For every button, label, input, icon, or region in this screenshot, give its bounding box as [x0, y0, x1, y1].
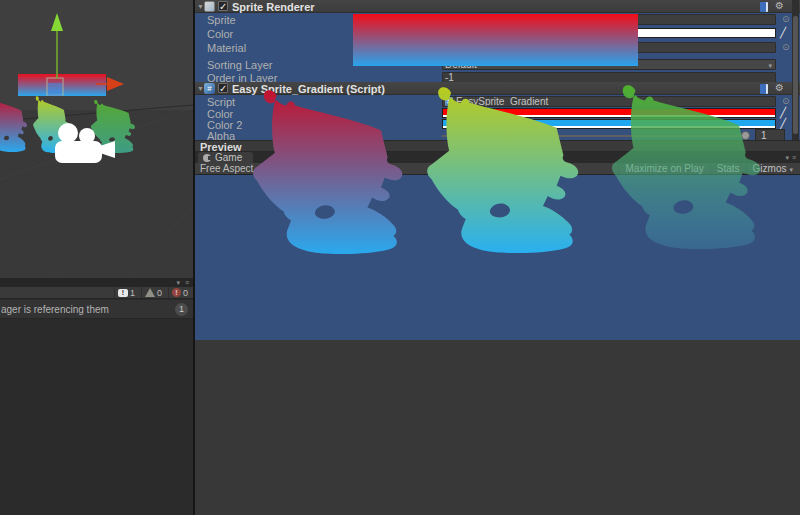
eyedropper-icon[interactable]: ╱	[780, 107, 786, 118]
warning-count: 0	[157, 288, 162, 298]
object-picker-icon[interactable]: ⊙	[782, 14, 790, 24]
component-enabled-checkbox[interactable]: ✓	[218, 1, 228, 11]
log-message: ager is referencing them	[1, 304, 109, 315]
console-log-entry[interactable]: ager is referencing them 1	[0, 300, 193, 319]
gear-icon[interactable]: ⚙	[775, 0, 784, 11]
dropdown-arrow-icon: ▾	[789, 166, 793, 173]
scene-gizmo-layer	[0, 0, 193, 278]
camera-icon[interactable]	[55, 123, 115, 163]
unity-editor-window: ▾ ≡ ! 1 0 ! 0 ager is referencing them	[0, 0, 800, 515]
console-info-toggle[interactable]: ! 1	[114, 287, 138, 298]
panel-dropdown-icon[interactable]: ▾	[785, 153, 789, 162]
console-error-toggle[interactable]: ! 0	[168, 287, 191, 298]
console-toolbar: ! 1 0 ! 0	[0, 287, 193, 299]
panel-dropdown-icon[interactable]: ▾	[176, 278, 180, 287]
game-gradient-block	[353, 14, 638, 66]
warning-icon	[145, 288, 155, 297]
eyedropper-icon[interactable]: ╱	[780, 118, 786, 129]
game-gnome-yellow	[414, 78, 582, 253]
panel-menu-icon[interactable]: ≡	[185, 278, 189, 287]
error-icon: !	[172, 288, 181, 297]
panel-menu-icon[interactable]: ≡	[792, 153, 796, 162]
gizmo-y-axis-arrow[interactable]	[51, 13, 63, 79]
eyedropper-icon[interactable]: ╱	[780, 27, 786, 38]
game-gnome-green	[599, 76, 764, 249]
foldout-icon[interactable]: ▼	[197, 3, 204, 10]
csharp-script-icon: #	[204, 83, 215, 94]
console-panel: ▾ ≡ ! 1 0 ! 0 ager is referencing them	[0, 278, 193, 515]
error-count: 0	[183, 288, 188, 298]
foldout-icon[interactable]: ▼	[197, 85, 204, 92]
component-header-sprite-renderer[interactable]: ▼ ✓ Sprite Renderer ⚙	[195, 0, 800, 13]
game-view-icon	[203, 154, 211, 162]
inspector-panel: ▼ ✓ Sprite Renderer ⚙ Sprite Example-Whi…	[195, 0, 800, 515]
component-title: Sprite Renderer	[232, 1, 315, 13]
inspector-scrollbar[interactable]	[792, 0, 799, 140]
scrollbar-thumb[interactable]	[793, 16, 798, 134]
dropdown-arrow-icon: ▾	[768, 60, 772, 70]
field-label: Sorting Layer	[207, 59, 272, 71]
object-picker-icon[interactable]: ⊙	[782, 96, 790, 106]
console-warning-toggle[interactable]: 0	[141, 287, 165, 298]
tab-label: Game	[215, 152, 242, 163]
info-icon: !	[118, 289, 128, 297]
gear-icon[interactable]: ⚙	[775, 82, 784, 93]
selection-fill	[48, 83, 62, 96]
help-book-icon[interactable]	[760, 2, 768, 12]
sprite-renderer-icon	[204, 1, 215, 12]
field-label: Sprite	[207, 14, 236, 26]
info-count: 1	[130, 288, 135, 298]
game-gnome-red	[240, 81, 406, 254]
object-picker-icon[interactable]: ⊙	[782, 42, 790, 52]
field-label: Material	[207, 42, 246, 54]
log-collapse-badge: 1	[175, 303, 188, 316]
scene-view[interactable]	[0, 0, 193, 278]
field-label: Color	[207, 28, 233, 40]
component-enabled-checkbox[interactable]: ✓	[218, 83, 228, 93]
console-tab-strip: ▾ ≡	[0, 278, 193, 287]
